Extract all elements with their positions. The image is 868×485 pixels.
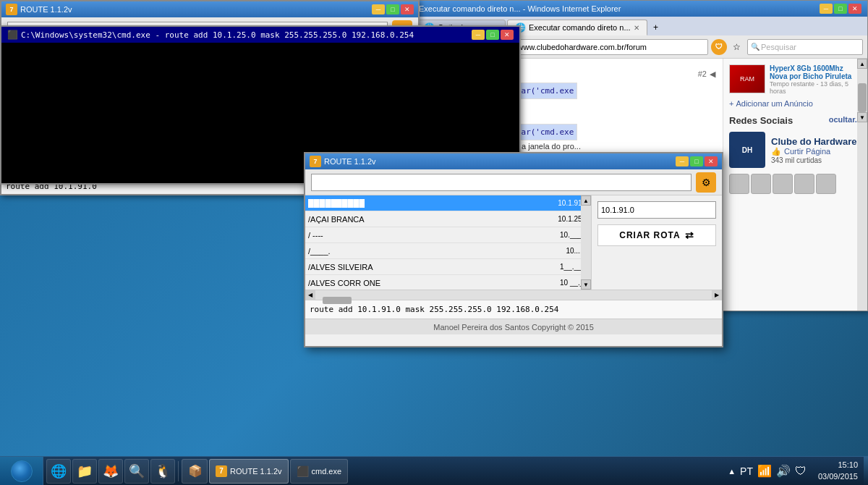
scroll-down[interactable]: ▼ [581,279,591,290]
route-list-item-1[interactable]: ██████████ 10.1.91.0 [305,195,591,211]
like-button[interactable]: 👍 Curtir Página [771,147,856,156]
taskbar-clock: 15:10 03/09/2015 [812,460,864,482]
route-list-scrollbar[interactable]: ▲ ▼ [581,195,591,290]
tray-shield-icon: 🛡 [795,465,807,478]
browser-window-controls: ─ □ ✕ [820,4,861,14]
social-title: Redes Sociais [729,115,793,126]
route-front-maximize[interactable]: □ [690,156,703,166]
clube-hardware-info: Clube do Hardware 👍 Curtir Página 343 mi… [771,136,856,164]
route-item-4-ip: 10....... [530,247,588,255]
route-list-item-3[interactable]: / ---- 10.___.0 [305,227,591,243]
sidebar-scrollbar[interactable]: ▲ ▼ [857,59,867,311]
taskbar-item-cmd[interactable]: ⬛ cmd.exe [290,459,349,484]
social-avatar-2 [751,174,771,194]
route-list-item-4[interactable]: /____. 10....... [305,243,591,259]
taskbar: 🌐 📁 🦊 🔍 🐧 📦 7 ROUTE 1.1.2v ⬛ cmd.exe ▲ P… [0,456,868,485]
route-front-titlebar: 7 ROUTE 1.1.2v ─ □ ✕ [305,153,722,169]
route-item-1-name: ██████████ [308,199,530,208]
scroll-up-arrow[interactable]: ▲ [857,59,867,69]
route-main-controls: ─ □ ✕ [372,4,414,14]
h-scroll-thumb [323,297,352,304]
clock-time: 15:10 [818,460,858,471]
route-item-5-name: /ALVES SILVEIRA [308,263,530,271]
taskbar-item-route[interactable]: 7 ROUTE 1.1.2v [209,459,289,484]
route-front-search[interactable] [311,174,692,191]
criar-rota-label: CRIAR ROTA [619,230,680,240]
route-front-list-panel: ██████████ 10.1.91.0 /AÇAI BRANCA 10.1.2… [305,195,592,290]
route-item-2-name: /AÇAI BRANCA [308,215,530,224]
tray-arrow[interactable]: ▲ [728,467,736,476]
likes-count: 343 mil curtidas [771,156,856,164]
new-tab-button[interactable]: + [649,20,663,35]
browser-minimize-button[interactable]: ─ [820,4,833,14]
cmd-minimize-button[interactable]: ─ [472,30,485,40]
taskbar-quick-explorer[interactable]: 📁 [72,459,97,484]
taskbar-items: 🌐 📁 🦊 🔍 🐧 📦 7 ROUTE 1.1.2v ⬛ cmd.exe [43,457,722,486]
criar-rota-button[interactable]: CRIAR ROTA ⇄ [597,224,716,246]
route-front-close[interactable]: ✕ [705,156,718,166]
route-status-bar: Manoel Pereira dos Santos Copyright © 20… [305,319,722,334]
cmd-window-controls: ─ □ ✕ [472,30,514,40]
cmd-maximize-button[interactable]: □ [486,30,499,40]
adblock-icon: 🛡 [711,39,727,55]
route-item-1-ip: 10.1.91.0 [530,199,588,207]
route-list: ██████████ 10.1.91.0 /AÇAI BRANCA 10.1.2… [305,195,591,290]
route-main-title: ROUTE 1.1.2v [20,5,372,14]
route-front-title: ROUTE 1.1.2v [324,157,676,166]
route-list-item-6[interactable]: /ALVES CORR ONE 10 __.__ [305,275,591,290]
add-ad-link[interactable]: +Adicionar um Anúncio [729,99,861,108]
h-scroll-right[interactable]: ▶ [712,290,722,300]
clube-hardware-name: Clube do Hardware [771,136,856,147]
route-item-3-name: / ---- [308,231,530,240]
taskbar-quick-search[interactable]: 🔍 [124,459,149,484]
docker-icon: 📦 [188,464,203,478]
tray-network-icon: 📶 [757,464,772,478]
ad-details: HyperX 8Gb 1600Mhz Nova por Bicho Pirule… [770,64,861,95]
route-command-text: route add 10.1.91.0 mask 255.255.255.0 1… [310,305,558,314]
taskbar-quick-ie[interactable]: 🌐 [46,459,71,484]
route-front-h-scrollbar[interactable]: ◀ ▶ [305,290,722,300]
route-window-front: 7 ROUTE 1.1.2v ─ □ ✕ ⚙ ██████████ 10.1.9… [304,152,723,347]
browser-titlebar: Executar comando direto n... - Windows I… [413,1,867,17]
route-item-5-ip: 1__.__.0 [530,263,588,271]
h-scroll-left[interactable]: ◀ [305,290,315,300]
browser-close-button[interactable]: ✕ [848,4,861,14]
scroll-down-arrow[interactable]: ▼ [857,112,867,122]
taskbar-cmd-icon: ⬛ [297,465,309,477]
cmd-title: C:\Windows\system32\cmd.exe - route add … [21,30,472,40]
cmd-icon: ⬛ [7,30,18,40]
scroll-up[interactable]: ▲ [581,195,591,206]
start-button[interactable] [0,457,43,486]
route-main-minimize[interactable]: ─ [372,4,385,14]
show-desktop-button[interactable] [864,457,868,486]
route-command-bar: route add 10.1.91.0 mask 255.255.255.0 1… [305,300,722,319]
route-ip-input[interactable] [597,201,716,219]
taskbar-tray: ▲ PT 📶 🔊 🛡 [722,464,812,478]
browser-maximize-button[interactable]: □ [834,4,847,14]
scroll-thumb [858,83,867,112]
like-label: Curtir Página [784,147,830,156]
route-front-gear-button[interactable]: ⚙ [696,172,716,193]
cmd-close-button[interactable]: ✕ [501,30,514,40]
tab-executar-close[interactable]: ✕ [634,24,639,32]
social-avatars [729,174,861,194]
tab-executar-label: Executar comando direto n... [529,23,631,32]
taskbar-item-docker[interactable]: 📦 [182,459,208,484]
route-list-item-5[interactable]: /ALVES SILVEIRA 1__.__.0 [305,259,591,275]
bookmark-icon[interactable]: ☆ [728,39,744,55]
ad-thumbnail: RAM [729,64,765,93]
route-main-icon: 7 [6,4,17,15]
route-main-maximize[interactable]: □ [386,4,399,14]
tab-executar[interactable]: 🌐 Executar comando direto n... ✕ [507,20,647,35]
taskbar-quick-penguin[interactable]: 🐧 [150,459,175,484]
address-bar[interactable] [493,39,708,55]
route-front-minimize[interactable]: ─ [676,156,689,166]
tray-volume-icon: 🔊 [776,464,791,478]
route-list-item-2[interactable]: /AÇAI BRANCA 10.1.25.0 [305,211,591,227]
route-main-titlebar: 7 ROUTE 1.1.2v ─ □ ✕ [1,1,418,17]
criar-rota-arrows-icon: ⇄ [685,229,694,241]
taskbar-quick-firefox[interactable]: 🦊 [98,459,123,484]
route-main-close[interactable]: ✕ [401,4,414,14]
cmd-titlebar: ⬛ C:\Windows\system32\cmd.exe - route ad… [1,27,519,43]
social-avatar-3 [773,174,793,194]
